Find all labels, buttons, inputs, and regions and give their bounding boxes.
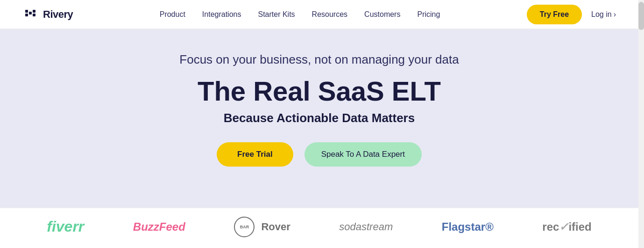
logo-rectified: rec✓ified bbox=[542, 220, 591, 233]
login-arrow-icon: › bbox=[614, 10, 616, 19]
svg-rect-3 bbox=[29, 12, 32, 15]
logo-buzzfeed: BuzzFeed bbox=[133, 220, 185, 233]
rivery-logo-icon bbox=[22, 6, 39, 23]
svg-rect-5 bbox=[33, 14, 35, 16]
nav-links: Product Integrations Starter Kits Resour… bbox=[160, 10, 440, 19]
flagstar-logo-text: Flagstar® bbox=[442, 220, 494, 233]
svg-rect-2 bbox=[25, 14, 28, 16]
login-link[interactable]: Log in › bbox=[591, 10, 616, 19]
sodastream-logo-text: sodastream bbox=[339, 221, 393, 233]
navbar-actions: Try Free Log in › bbox=[527, 5, 616, 24]
nav-link-product[interactable]: Product bbox=[160, 10, 185, 19]
scrollbar[interactable] bbox=[638, 0, 644, 248]
rover-logo-circle: BAR bbox=[234, 217, 255, 237]
logo-flagstar: Flagstar® bbox=[442, 220, 494, 233]
rectified-logo-text: rec✓ified bbox=[542, 220, 591, 233]
scrollbar-thumb[interactable] bbox=[638, 2, 644, 30]
free-trial-button[interactable]: Free Trial bbox=[217, 142, 293, 167]
nav-link-pricing[interactable]: Pricing bbox=[417, 10, 440, 19]
fiverr-logo-text: fiverr bbox=[47, 218, 84, 235]
logo-area: Rivery bbox=[22, 6, 73, 23]
hero-cta-buttons: Free Trial Speak To A Data Expert bbox=[217, 142, 422, 167]
hero-tagline: Because Actionable Data Matters bbox=[224, 111, 415, 125]
logo-rover: BAR Rover bbox=[234, 217, 290, 237]
speak-to-expert-button[interactable]: Speak To A Data Expert bbox=[304, 142, 422, 167]
try-free-button[interactable]: Try Free bbox=[527, 5, 582, 24]
rover-logo-text: Rover bbox=[261, 221, 290, 233]
login-label: Log in bbox=[591, 10, 612, 19]
logo-sodastream: sodastream bbox=[339, 221, 393, 233]
logo-fiverr: fiverr bbox=[47, 218, 84, 235]
navbar: Rivery Product Integrations Starter Kits… bbox=[0, 0, 638, 29]
nav-link-resources[interactable]: Resources bbox=[312, 10, 347, 19]
buzzfeed-logo-text: BuzzFeed bbox=[133, 220, 185, 233]
customer-logos-section: fiverr BuzzFeed BAR Rover sodastream Fla… bbox=[0, 208, 638, 243]
svg-rect-4 bbox=[33, 10, 35, 13]
svg-rect-1 bbox=[25, 10, 28, 13]
hero-title: The Real SaaS ELT bbox=[198, 76, 441, 106]
nav-link-customers[interactable]: Customers bbox=[364, 10, 400, 19]
nav-link-starter-kits[interactable]: Starter Kits bbox=[258, 10, 295, 19]
rover-circle-text: BAR bbox=[240, 225, 249, 229]
logo-text: Rivery bbox=[43, 8, 73, 21]
hero-section: Focus on your business, not on managing … bbox=[0, 29, 638, 208]
hero-subtitle: Focus on your business, not on managing … bbox=[179, 52, 459, 67]
nav-link-integrations[interactable]: Integrations bbox=[202, 10, 241, 19]
